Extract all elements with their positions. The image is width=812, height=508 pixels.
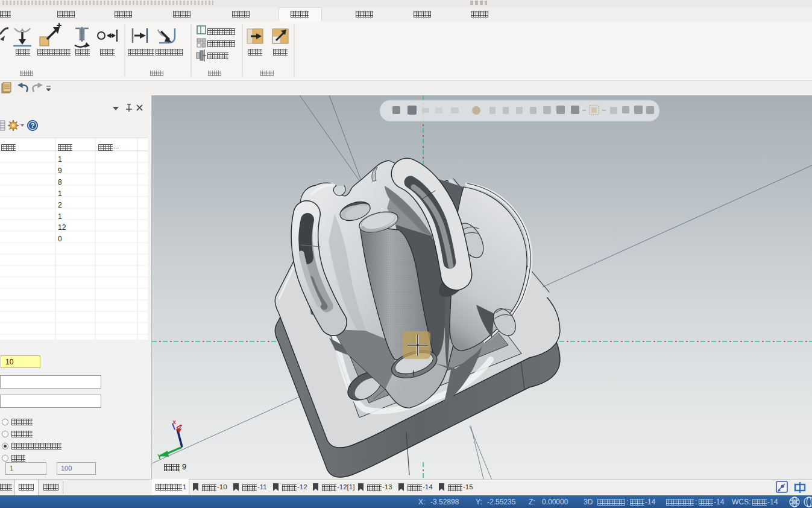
svg-text:?: ? (31, 122, 35, 129)
svg-text:Z: Z (179, 424, 182, 430)
svg-text:X: X (172, 419, 176, 425)
svg-text:Y: Y (157, 453, 162, 460)
